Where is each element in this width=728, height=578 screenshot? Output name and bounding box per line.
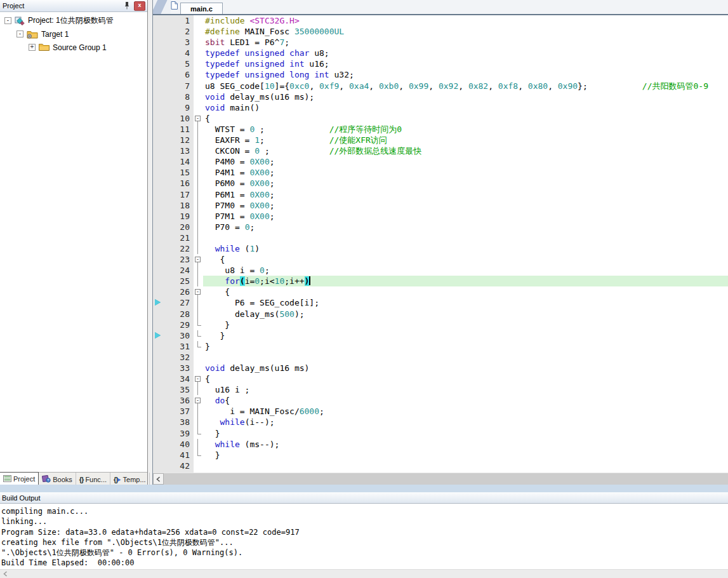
fold-collapse-icon[interactable]: - (195, 257, 201, 262)
scrollbar-track[interactable] (164, 473, 728, 485)
line-number: 37 (164, 406, 194, 417)
line-number: 6 (164, 69, 194, 80)
panel-tab-label: Func... (85, 476, 107, 483)
collapse-icon[interactable]: - (4, 17, 11, 24)
tree-item-source-group-1[interactable]: +Source Group 1 (0, 41, 147, 54)
fold-column: - (194, 395, 203, 406)
gutter-margin (153, 178, 164, 189)
code-line: 39 } (153, 428, 728, 439)
books-icon: ? (42, 474, 51, 484)
scroll-left-icon[interactable] (153, 473, 164, 485)
code-text: for(i=0;i<10;i++) (203, 276, 728, 286)
panel-tab-project[interactable]: Project (0, 472, 39, 486)
line-number: 38 (164, 417, 194, 427)
editor-tab-bar: main.c (153, 0, 728, 15)
fold-collapse-icon[interactable]: - (195, 376, 201, 382)
close-icon[interactable]: x (134, 1, 145, 11)
horizontal-splitter[interactable] (0, 485, 728, 492)
code-line: 20 P70 = 0; (153, 222, 728, 232)
pin-icon[interactable] (122, 1, 131, 10)
panel-tab-books[interactable]: ?Books (39, 473, 76, 486)
line-number: 2 (164, 26, 194, 37)
project-icon (15, 16, 25, 26)
code-text: P4M1 = 0X00; (203, 167, 728, 178)
line-number: 28 (164, 309, 194, 319)
panel-tab-temp[interactable]: {}Temp... (110, 473, 150, 486)
fold-column (194, 58, 203, 69)
line-number: 22 (164, 243, 194, 254)
code-line: 29 } (153, 319, 728, 330)
expand-icon[interactable]: + (29, 44, 36, 51)
line-number: 20 (164, 222, 194, 232)
functions-icon: {} (79, 476, 84, 483)
fold-column (194, 406, 203, 417)
gutter-margin (153, 297, 164, 308)
fold-column (194, 276, 203, 286)
fold-collapse-icon[interactable]: - (195, 116, 201, 121)
tab-main-c[interactable]: main.c (180, 3, 223, 14)
tree-item-target-1[interactable]: -Target 1 (0, 27, 147, 41)
fold-column (194, 319, 203, 330)
code-text: #include <STC32G.H> (203, 15, 728, 26)
code-text: EAXFR = 1; //使能XFR访问 (203, 135, 728, 145)
code-text: typedef unsigned long int u32; (203, 69, 728, 80)
code-line: 9void main() (153, 102, 728, 113)
code-line: 30 } (153, 330, 728, 341)
document-icon (171, 1, 178, 12)
line-number: 33 (164, 363, 194, 373)
code-line: 15 P4M1 = 0X00; (153, 167, 728, 178)
panel-tab-func[interactable]: {}Func... (76, 473, 110, 486)
line-number: 25 (164, 276, 194, 286)
code-editor[interactable]: 1#include <STC32G.H>2#define MAIN_Fosc 3… (153, 15, 728, 473)
editor-horizontal-scrollbar[interactable] (153, 473, 728, 485)
panel-bottom-tabs: Project?Books{}Func...{}Temp... (0, 472, 147, 486)
gutter-margin (153, 37, 164, 48)
fold-column (194, 102, 203, 113)
fold-column (194, 243, 203, 254)
gutter-margin (153, 222, 164, 232)
fold-collapse-icon[interactable]: - (195, 398, 201, 403)
fold-column: - (194, 254, 203, 265)
tree-item-project-1位共阴极数码管[interactable]: -Project: 1位共阴极数码管 (0, 14, 147, 27)
line-number: 17 (164, 189, 194, 200)
line-number: 39 (164, 428, 194, 439)
code-text: P4M0 = 0X00; (203, 156, 728, 167)
code-line: 40 while (ms--); (153, 439, 728, 450)
fold-column (194, 384, 203, 395)
gutter-margin (153, 450, 164, 460)
gutter-margin (153, 395, 164, 406)
gutter-margin (153, 81, 164, 91)
line-number: 18 (164, 200, 194, 211)
gutter-margin (153, 265, 164, 276)
fold-column (194, 189, 203, 200)
line-number: 34 (164, 373, 194, 384)
gutter-margin (153, 156, 164, 167)
code-line: 17 P6M1 = 0X00; (153, 189, 728, 200)
line-number: 14 (164, 156, 194, 167)
gutter-margin (153, 319, 164, 330)
code-line: 18 P7M0 = 0X00; (153, 200, 728, 211)
code-line: 14 P4M0 = 0X00; (153, 156, 728, 167)
line-number: 3 (164, 37, 194, 48)
collapse-icon[interactable]: - (17, 30, 23, 37)
code-line: 22 while (1) (153, 243, 728, 254)
code-line: 41 } (153, 450, 728, 460)
build-output-text[interactable]: compiling main.c...linking...Program Siz… (0, 504, 728, 568)
output-horizontal-scrollbar[interactable] (0, 569, 728, 578)
gutter-margin (153, 211, 164, 222)
line-number: 8 (164, 91, 194, 102)
scroll-left-icon (3, 571, 8, 577)
build-output-line: linking... (1, 516, 728, 527)
fold-column (194, 450, 203, 460)
build-output-header: Build Output (0, 492, 728, 504)
line-number: 24 (164, 265, 194, 276)
code-text (203, 460, 728, 471)
gutter-margin (153, 200, 164, 211)
line-number: 23 (164, 254, 194, 265)
line-number: 40 (164, 439, 194, 450)
code-line: 37 i = MAIN_Fosc/6000; (153, 406, 728, 417)
fold-column (194, 145, 203, 156)
code-text (203, 352, 728, 363)
bookmark-arrow-icon (155, 299, 161, 306)
fold-collapse-icon[interactable]: - (195, 289, 201, 295)
